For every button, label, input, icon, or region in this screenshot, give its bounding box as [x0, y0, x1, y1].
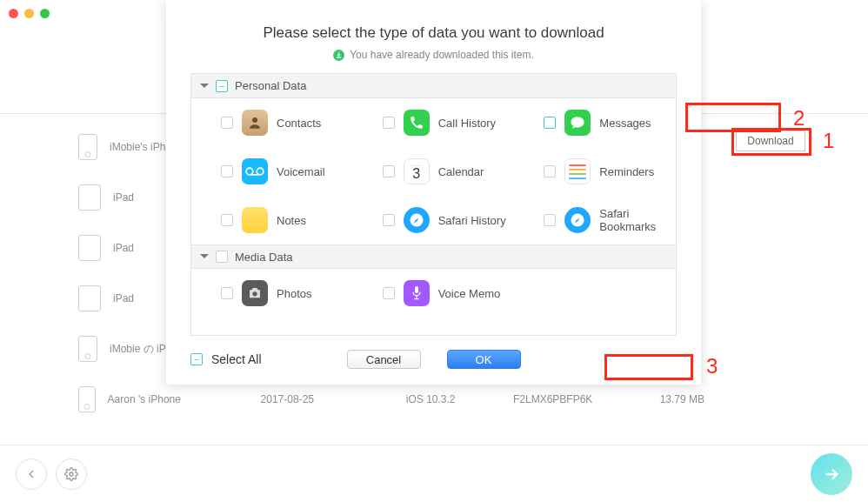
- checkbox[interactable]: [383, 165, 395, 177]
- footer-bar: [0, 445, 868, 502]
- category-header-media[interactable]: Media Data: [191, 244, 676, 269]
- item-label: Voice Memo: [438, 287, 501, 300]
- svg-point-1: [252, 117, 257, 123]
- item-contacts[interactable]: Contacts: [191, 98, 353, 147]
- category-header-personal[interactable]: − Personal Data: [191, 74, 676, 98]
- device-id: F2LMX6PBFP6K: [513, 393, 644, 405]
- category-label: Personal Data: [235, 79, 306, 92]
- reminders-icon: [564, 158, 591, 184]
- modal-subtitle-text: You have already downloaded this item.: [350, 49, 534, 61]
- chevron-down-icon: [200, 84, 209, 92]
- ipad-icon: [78, 235, 101, 261]
- item-call-history[interactable]: Call History: [353, 98, 515, 147]
- svg-point-4: [252, 291, 257, 296]
- item-safari-history[interactable]: Safari History: [353, 196, 515, 244]
- back-button[interactable]: [16, 458, 47, 490]
- checkbox[interactable]: [221, 287, 233, 299]
- ok-button[interactable]: OK: [447, 350, 521, 369]
- device-name: Aaron 's iPhone: [108, 393, 261, 405]
- window-traffic-lights: [9, 9, 50, 18]
- checkbox[interactable]: [383, 287, 395, 299]
- backup-date: 2017-08-25: [261, 393, 406, 405]
- item-label: Call History: [438, 117, 496, 130]
- select-all-label: Select All: [211, 352, 262, 366]
- svg-rect-5: [415, 286, 418, 293]
- close-window-button[interactable]: [9, 9, 18, 18]
- iphone-icon: [78, 386, 96, 412]
- category-label: Media Data: [235, 251, 292, 264]
- backup-size: 13.79 MB: [644, 393, 704, 405]
- cancel-button[interactable]: Cancel: [347, 350, 421, 369]
- checkbox[interactable]: [221, 165, 233, 177]
- iphone-icon: [78, 336, 97, 362]
- item-notes[interactable]: Notes: [191, 196, 353, 244]
- personal-data-items: Contacts Call History Messages: [191, 98, 676, 244]
- notes-icon: [242, 207, 268, 233]
- item-safari-bookmarks[interactable]: Safari Bookmarks: [514, 196, 676, 244]
- checkbox-checked[interactable]: [544, 117, 556, 129]
- annotation-number-3: 3: [706, 354, 718, 378]
- minimize-window-button[interactable]: [24, 9, 34, 18]
- checkbox[interactable]: [383, 214, 395, 226]
- phone-icon: [404, 110, 430, 136]
- category-checkbox[interactable]: [216, 251, 228, 263]
- contacts-icon: [242, 110, 268, 136]
- download-button[interactable]: Download: [736, 131, 805, 151]
- ipad-icon: [78, 184, 101, 211]
- item-label: Calendar: [438, 165, 484, 178]
- calendar-icon: …… 3: [404, 158, 430, 184]
- annotation-number-1: 1: [823, 129, 834, 153]
- ipad-icon: [78, 285, 101, 311]
- item-label: Photos: [277, 287, 311, 300]
- media-data-items: Photos Voice Memo: [191, 269, 676, 318]
- messages-icon: [564, 110, 591, 136]
- iphone-icon: [78, 134, 97, 160]
- annotation-number-2: 2: [793, 106, 805, 131]
- checkbox[interactable]: [221, 117, 233, 129]
- svg-point-3: [257, 168, 264, 175]
- checkbox[interactable]: [221, 214, 233, 226]
- modal-subtitle: You have already downloaded this item.: [166, 49, 701, 61]
- category-checkbox-partial[interactable]: −: [216, 80, 228, 92]
- svg-point-2: [246, 168, 253, 175]
- select-all-row[interactable]: − Select All: [190, 352, 262, 366]
- modal-footer: − Select All Cancel OK: [190, 345, 677, 374]
- data-type-panel: − Personal Data Contacts Call History: [190, 73, 677, 336]
- settings-button[interactable]: [56, 458, 87, 490]
- checkbox[interactable]: [544, 165, 556, 177]
- next-button[interactable]: [811, 453, 852, 495]
- voicemail-icon: [242, 158, 268, 184]
- item-photos[interactable]: Photos: [191, 269, 353, 318]
- item-messages[interactable]: Messages: [514, 98, 676, 147]
- item-label: Safari Bookmarks: [599, 207, 676, 233]
- safari-icon: [404, 207, 430, 233]
- maximize-window-button[interactable]: [40, 9, 50, 18]
- select-all-checkbox-partial[interactable]: −: [190, 353, 203, 365]
- item-voice-memo[interactable]: Voice Memo: [353, 269, 515, 318]
- device-os: iOS 10.3.2: [406, 393, 513, 405]
- item-voicemail[interactable]: Voicemail: [191, 147, 353, 196]
- item-label: Voicemail: [277, 165, 325, 178]
- camera-icon: [242, 280, 268, 306]
- item-reminders[interactable]: Reminders: [514, 147, 676, 196]
- checkbox[interactable]: [383, 117, 395, 129]
- item-label: Reminders: [599, 165, 654, 178]
- svg-point-0: [70, 472, 73, 476]
- safari-icon: [564, 207, 591, 233]
- item-label: Safari History: [438, 214, 506, 227]
- already-downloaded-icon: [333, 50, 344, 61]
- item-label: Messages: [599, 117, 651, 130]
- item-label: Contacts: [277, 117, 321, 130]
- select-data-type-modal: Please select the type of data you want …: [166, 0, 701, 385]
- modal-title: Please select the type of data you want …: [166, 24, 701, 42]
- chevron-down-icon: [200, 254, 209, 263]
- item-label: Notes: [277, 214, 306, 227]
- item-calendar[interactable]: …… 3 Calendar: [353, 147, 515, 196]
- checkbox[interactable]: [544, 214, 556, 226]
- microphone-icon: [404, 280, 430, 306]
